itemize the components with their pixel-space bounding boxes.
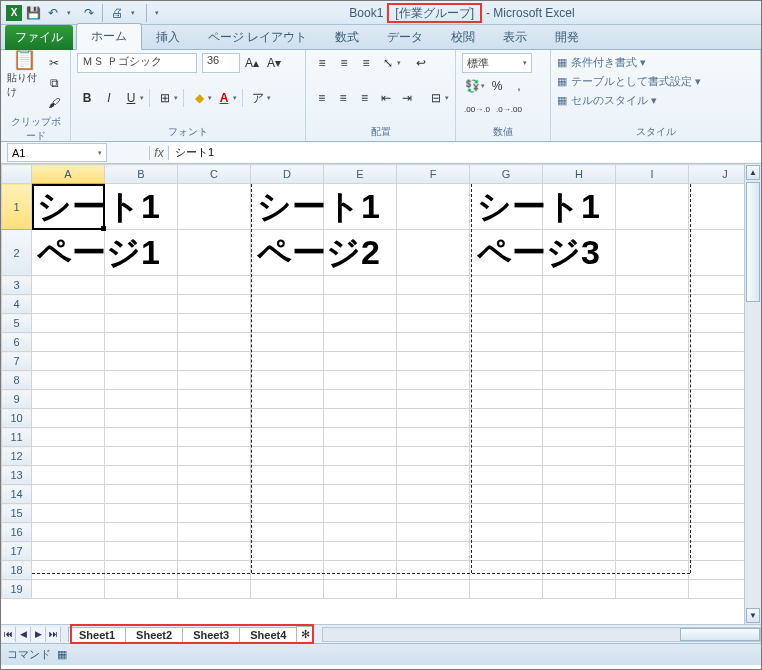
font-name-select[interactable]: ＭＳ Ｐゴシック bbox=[77, 53, 197, 73]
row-header-4[interactable]: 4 bbox=[2, 295, 32, 314]
name-box[interactable]: A1 ▾ bbox=[7, 143, 107, 162]
col-header-I[interactable]: I bbox=[616, 165, 689, 184]
tab-nav-last-icon[interactable]: ⏭ bbox=[46, 627, 61, 642]
wrap-text-icon[interactable]: ↩ bbox=[411, 53, 431, 73]
save-icon[interactable]: 💾 bbox=[24, 4, 42, 22]
paste-button[interactable]: 📋 貼り付け bbox=[7, 53, 42, 93]
hscroll-thumb[interactable] bbox=[680, 628, 760, 641]
align-left-icon[interactable]: ≡ bbox=[312, 88, 331, 108]
align-center-icon[interactable]: ≡ bbox=[333, 88, 352, 108]
row-header-3[interactable]: 3 bbox=[2, 276, 32, 295]
tab-nav-prev-icon[interactable]: ◀ bbox=[16, 627, 31, 642]
row-header-13[interactable]: 13 bbox=[2, 466, 32, 485]
tab-home[interactable]: ホーム bbox=[76, 23, 142, 50]
worksheet-grid[interactable]: A B C D E F G H I J 1 2 3 4 5 6 7 8 9 10… bbox=[1, 164, 761, 624]
phonetic-icon[interactable]: ア bbox=[248, 88, 268, 108]
border-icon[interactable]: ⊞ bbox=[155, 88, 175, 108]
tab-nav-next-icon[interactable]: ▶ bbox=[31, 627, 46, 642]
sheet-tab-2[interactable]: Sheet2 bbox=[125, 627, 183, 642]
col-header-E[interactable]: E bbox=[324, 165, 397, 184]
macro-record-icon[interactable]: ▦ bbox=[57, 648, 67, 661]
sheet-tab-3[interactable]: Sheet3 bbox=[182, 627, 240, 642]
undo-dropdown-icon[interactable]: ▾ bbox=[60, 4, 78, 22]
tab-data[interactable]: データ bbox=[373, 25, 437, 50]
select-all-corner[interactable] bbox=[2, 165, 32, 184]
number-format-select[interactable]: 標準 ▾ bbox=[462, 53, 532, 73]
copy-icon[interactable]: ⧉ bbox=[44, 73, 64, 93]
col-header-A[interactable]: A bbox=[32, 165, 105, 184]
row-header-1[interactable]: 1 bbox=[2, 184, 32, 230]
row-header-11[interactable]: 11 bbox=[2, 428, 32, 447]
row-header-17[interactable]: 17 bbox=[2, 542, 32, 561]
row-header-6[interactable]: 6 bbox=[2, 333, 32, 352]
font-color-dropdown-icon[interactable]: ▾ bbox=[233, 94, 237, 102]
redo-icon[interactable]: ↷ bbox=[80, 4, 98, 22]
fx-icon[interactable]: fx bbox=[149, 146, 169, 160]
merge-dropdown-icon[interactable]: ▾ bbox=[445, 94, 449, 102]
row-header-16[interactable]: 16 bbox=[2, 523, 32, 542]
formula-input[interactable] bbox=[169, 143, 761, 162]
horizontal-scrollbar[interactable] bbox=[322, 627, 761, 642]
row-header-15[interactable]: 15 bbox=[2, 504, 32, 523]
comma-icon[interactable]: , bbox=[509, 76, 529, 96]
col-header-G[interactable]: G bbox=[470, 165, 543, 184]
cell-styles-button[interactable]: ▦ セルのスタイル ▾ bbox=[557, 91, 754, 109]
phonetic-dropdown-icon[interactable]: ▾ bbox=[267, 94, 271, 102]
row-header-19[interactable]: 19 bbox=[2, 580, 32, 599]
font-color-icon[interactable]: A bbox=[214, 88, 234, 108]
col-header-H[interactable]: H bbox=[543, 165, 616, 184]
scroll-down-icon[interactable]: ▼ bbox=[746, 608, 760, 623]
underline-button[interactable]: U bbox=[121, 88, 141, 108]
conditional-formatting-button[interactable]: ▦ 条件付き書式 ▾ bbox=[557, 53, 754, 71]
row-header-2[interactable]: 2 bbox=[2, 230, 32, 276]
tab-insert[interactable]: 挿入 bbox=[142, 25, 194, 50]
fill-dropdown-icon[interactable]: ▾ bbox=[208, 94, 212, 102]
tab-page-layout[interactable]: ページ レイアウト bbox=[194, 25, 321, 50]
row-header-12[interactable]: 12 bbox=[2, 447, 32, 466]
row-header-7[interactable]: 7 bbox=[2, 352, 32, 371]
format-as-table-button[interactable]: ▦ テーブルとして書式設定 ▾ bbox=[557, 72, 754, 90]
row-header-10[interactable]: 10 bbox=[2, 409, 32, 428]
tab-review[interactable]: 校閲 bbox=[437, 25, 489, 50]
increase-decimal-icon[interactable]: .00→.0 bbox=[462, 100, 492, 120]
tab-file[interactable]: ファイル bbox=[5, 25, 73, 50]
percent-icon[interactable]: % bbox=[487, 76, 507, 96]
sheet-tab-4[interactable]: Sheet4 bbox=[239, 627, 297, 642]
shrink-font-icon[interactable]: A▾ bbox=[264, 53, 284, 73]
underline-dropdown-icon[interactable]: ▾ bbox=[140, 94, 144, 102]
decrease-indent-icon[interactable]: ⇤ bbox=[376, 88, 395, 108]
vertical-scrollbar[interactable]: ▲ ▼ bbox=[744, 164, 761, 624]
row-header-9[interactable]: 9 bbox=[2, 390, 32, 409]
cells-table[interactable]: A B C D E F G H I J 1 2 3 4 5 6 7 8 9 10… bbox=[1, 164, 761, 599]
row-header-18[interactable]: 18 bbox=[2, 561, 32, 580]
align-top-icon[interactable]: ≡ bbox=[312, 53, 332, 73]
cut-icon[interactable]: ✂ bbox=[44, 53, 64, 73]
format-painter-icon[interactable]: 🖌 bbox=[44, 93, 64, 113]
align-bottom-icon[interactable]: ≡ bbox=[356, 53, 376, 73]
grow-font-icon[interactable]: A▴ bbox=[242, 53, 262, 73]
tab-nav-first-icon[interactable]: ⏮ bbox=[1, 627, 16, 642]
merge-center-icon[interactable]: ⊟ bbox=[427, 88, 446, 108]
row-header-8[interactable]: 8 bbox=[2, 371, 32, 390]
orientation-icon[interactable]: ⤡ bbox=[378, 53, 398, 73]
col-header-C[interactable]: C bbox=[178, 165, 251, 184]
italic-button[interactable]: I bbox=[99, 88, 119, 108]
tab-developer[interactable]: 開発 bbox=[541, 25, 593, 50]
align-middle-icon[interactable]: ≡ bbox=[334, 53, 354, 73]
row-header-5[interactable]: 5 bbox=[2, 314, 32, 333]
new-sheet-tab-icon[interactable]: ✻ bbox=[296, 626, 314, 642]
qat-customize-icon[interactable]: ▾ bbox=[148, 4, 166, 22]
quick-print-dropdown-icon[interactable]: ▾ bbox=[124, 4, 142, 22]
col-header-B[interactable]: B bbox=[105, 165, 178, 184]
tab-view[interactable]: 表示 bbox=[489, 25, 541, 50]
bold-button[interactable]: B bbox=[77, 88, 97, 108]
orientation-dropdown-icon[interactable]: ▾ bbox=[397, 59, 401, 67]
col-header-D[interactable]: D bbox=[251, 165, 324, 184]
align-right-icon[interactable]: ≡ bbox=[355, 88, 374, 108]
row-header-14[interactable]: 14 bbox=[2, 485, 32, 504]
decrease-decimal-icon[interactable]: .0→.00 bbox=[494, 100, 524, 120]
name-box-dropdown-icon[interactable]: ▾ bbox=[98, 149, 102, 157]
vscroll-thumb[interactable] bbox=[746, 182, 760, 302]
currency-icon[interactable]: 💱 bbox=[462, 76, 482, 96]
scroll-up-icon[interactable]: ▲ bbox=[746, 165, 760, 180]
